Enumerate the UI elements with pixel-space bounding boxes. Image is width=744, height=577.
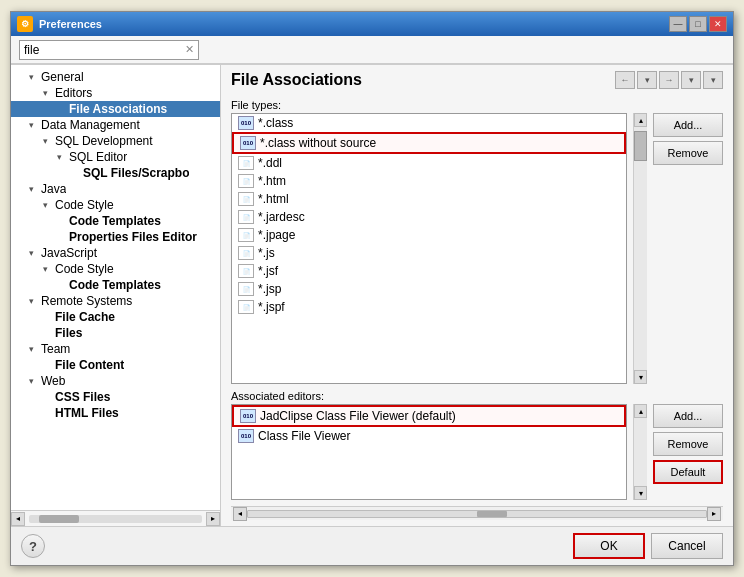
list-item[interactable]: 📄 *.jsf [232, 262, 626, 280]
back-dropdown-button[interactable]: ▾ [637, 71, 657, 89]
associated-editors-buttons: Add... Remove Default [653, 404, 723, 500]
help-button[interactable]: ? [21, 534, 45, 558]
file-type-name: *.htm [258, 174, 286, 188]
file-type-name: *.class [258, 116, 293, 130]
search-input[interactable] [24, 43, 185, 57]
associated-editors-listbox[interactable]: 010 JadClipse Class File Viewer (default… [231, 404, 627, 500]
expand-icon [29, 248, 41, 258]
file-type-icon: 📄 [238, 156, 254, 170]
list-item[interactable]: 010 *.class [232, 114, 626, 132]
file-type-icon: 📄 [238, 192, 254, 206]
expand-icon [43, 200, 55, 210]
tree-item-css-files[interactable]: CSS Files [11, 389, 220, 405]
list-item-highlighted[interactable]: 010 *.class without source [232, 132, 626, 154]
tree-item-editors[interactable]: Editors [11, 85, 220, 101]
left-hscroll: ◂ ▸ [11, 510, 220, 526]
tree-item-web[interactable]: Web [11, 373, 220, 389]
tree-item-sql-editor[interactable]: SQL Editor [11, 149, 220, 165]
tree-item-remote-systems[interactable]: Remote Systems [11, 293, 220, 309]
remove-editor-button[interactable]: Remove [653, 432, 723, 456]
tree-item-properties-files-editor[interactable]: Properties Files Editor [11, 229, 220, 245]
tree-item-file-associations[interactable]: File Associations [11, 101, 220, 117]
list-item[interactable]: 📄 *.html [232, 190, 626, 208]
add-editor-button[interactable]: Add... [653, 404, 723, 428]
associated-editors-label: Associated editors: [231, 390, 723, 402]
list-item[interactable]: 📄 *.htm [232, 172, 626, 190]
default-editor-button[interactable]: Default [653, 460, 723, 484]
toolbar: ✕ [11, 36, 733, 64]
hscroll-track[interactable] [247, 510, 707, 518]
list-item[interactable]: 📄 *.jsp [232, 280, 626, 298]
forward-button[interactable]: → [659, 71, 679, 89]
cancel-button[interactable]: Cancel [651, 533, 723, 559]
scroll-up-btn[interactable]: ▴ [634, 113, 647, 127]
file-type-icon: 📄 [238, 174, 254, 188]
vscroll-track[interactable] [634, 127, 647, 370]
tree-area: General Editors File Associations [11, 65, 220, 510]
list-item[interactable]: 📄 *.jardesc [232, 208, 626, 226]
file-types-buttons: Add... Remove [653, 113, 723, 384]
tree-item-code-templates-js[interactable]: Code Templates [11, 277, 220, 293]
expand-icon [43, 264, 55, 274]
tree-item-code-style-js[interactable]: Code Style [11, 261, 220, 277]
list-item-class-file-viewer[interactable]: 010 Class File Viewer [232, 427, 626, 445]
forward-dropdown-button[interactable]: ▾ [681, 71, 701, 89]
list-item[interactable]: 📄 *.jpage [232, 226, 626, 244]
list-item-jadclipse[interactable]: 010 JadClipse Class File Viewer (default… [232, 405, 626, 427]
file-type-name: *.jardesc [258, 210, 305, 224]
scroll-up-btn[interactable]: ▴ [634, 404, 647, 418]
maximize-button[interactable]: □ [689, 16, 707, 32]
hscroll-left-btn[interactable]: ◂ [233, 507, 247, 521]
tree-item-file-cache[interactable]: File Cache [11, 309, 220, 325]
editors-vscrollbar: ▴ ▾ [633, 404, 647, 500]
main-content: General Editors File Associations [11, 64, 733, 526]
more-button[interactable]: ▾ [703, 71, 723, 89]
tree-item-html-files[interactable]: HTML Files [11, 405, 220, 421]
list-item[interactable]: 📄 *.jspf [232, 298, 626, 316]
remove-file-type-button[interactable]: Remove [653, 141, 723, 165]
scroll-down-btn[interactable]: ▾ [634, 486, 647, 500]
scroll-right-btn[interactable]: ▸ [206, 512, 220, 526]
file-type-name: *.jsf [258, 264, 278, 278]
hscroll-thumb [477, 511, 507, 517]
tree-item-javascript[interactable]: JavaScript [11, 245, 220, 261]
editor-name: JadClipse Class File Viewer (default) [260, 409, 456, 423]
tree-item-general[interactable]: General [11, 69, 220, 85]
file-type-icon: 📄 [238, 228, 254, 242]
tree-item-java[interactable]: Java [11, 181, 220, 197]
scroll-left-btn[interactable]: ◂ [11, 512, 25, 526]
hscroll-thumb [39, 515, 79, 523]
tree-item-sql-development[interactable]: SQL Development [11, 133, 220, 149]
list-item[interactable]: 📄 *.js [232, 244, 626, 262]
minimize-button[interactable]: — [669, 16, 687, 32]
expand-icon [29, 376, 41, 386]
tree-item-team[interactable]: Team [11, 341, 220, 357]
file-type-icon: 📄 [238, 282, 254, 296]
file-type-icon: 📄 [238, 246, 254, 260]
associated-editors-section: Associated editors: 010 JadClipse Class … [231, 390, 723, 500]
vscroll-track[interactable] [634, 418, 647, 486]
file-types-vscrollbar: ▴ ▾ [633, 113, 647, 384]
file-types-listbox[interactable]: 010 *.class 010 *.class without source [231, 113, 627, 384]
scroll-down-btn[interactable]: ▾ [634, 370, 647, 384]
hscroll-right-btn[interactable]: ▸ [707, 507, 721, 521]
add-file-type-button[interactable]: Add... [653, 113, 723, 137]
file-type-icon: 📄 [238, 210, 254, 224]
nav-buttons: ← ▾ → ▾ ▾ [615, 71, 723, 89]
tree-item-file-content[interactable]: File Content [11, 357, 220, 373]
ok-button[interactable]: OK [573, 533, 645, 559]
list-item[interactable]: 📄 *.ddl [232, 154, 626, 172]
tree-item-code-templates-java[interactable]: Code Templates [11, 213, 220, 229]
tree-item-code-style-java[interactable]: Code Style [11, 197, 220, 213]
close-button[interactable]: ✕ [709, 16, 727, 32]
file-types-list-wrapper: 010 *.class 010 *.class without source [231, 113, 627, 384]
tree-item-data-management[interactable]: Data Management [11, 117, 220, 133]
hscroll-track[interactable] [29, 515, 202, 523]
search-clear-icon[interactable]: ✕ [185, 43, 194, 56]
panel-header: File Associations ← ▾ → ▾ ▾ [221, 65, 733, 93]
tree-item-sql-files[interactable]: SQL Files/Scrapbo [11, 165, 220, 181]
file-type-icon: 010 [240, 136, 256, 150]
file-type-name: *.html [258, 192, 289, 206]
tree-item-files[interactable]: Files [11, 325, 220, 341]
back-button[interactable]: ← [615, 71, 635, 89]
